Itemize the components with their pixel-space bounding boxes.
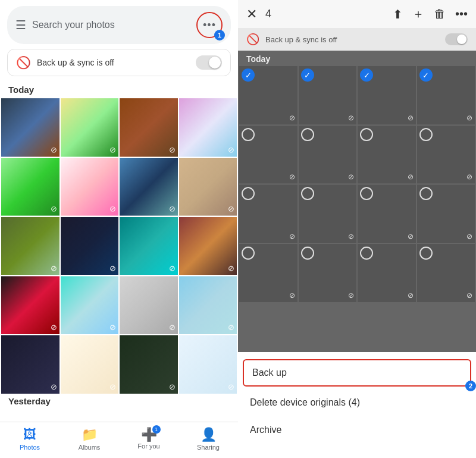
- close-button[interactable]: ✕: [246, 7, 257, 22]
- right-photo-cell[interactable]: ⊘: [299, 126, 357, 184]
- sync-toggle[interactable]: [196, 55, 222, 70]
- right-photo-cell[interactable]: ⊘: [239, 185, 298, 243]
- nav-item-for-you[interactable]: ➕ 1 For you: [119, 422, 178, 458]
- photo-checkbox[interactable]: [360, 247, 373, 260]
- delete-icon[interactable]: 🗑: [434, 7, 446, 21]
- left-panel: ☰ Search your photos ••• 1 🚫 Back up & s…: [0, 0, 238, 458]
- sync-label: Back up & sync is off: [37, 58, 196, 67]
- share-icon[interactable]: ⬆: [393, 7, 403, 21]
- hamburger-icon: ☰: [15, 18, 26, 32]
- photo-checkbox[interactable]: [419, 128, 433, 141]
- photo-cell[interactable]: ⊘: [1, 98, 60, 157]
- photo-cell[interactable]: ⊘: [1, 217, 60, 275]
- right-header: ✕ 4 ⬆ ＋ 🗑 •••: [238, 0, 476, 28]
- right-photo-cell[interactable]: ⊘: [239, 66, 298, 124]
- nav-item-albums[interactable]: 📁 Albums: [60, 422, 119, 458]
- photo-sync-icon: ⊘: [169, 145, 176, 154]
- photo-checkbox[interactable]: [419, 247, 433, 260]
- delete-originals-menu-item[interactable]: Delete device originals (4): [238, 389, 476, 416]
- photo-checkbox[interactable]: [301, 128, 314, 141]
- photo-checkbox[interactable]: [301, 247, 314, 260]
- more-options-button[interactable]: ••• 1: [196, 12, 223, 38]
- photo-cell[interactable]: ⊘: [61, 98, 119, 157]
- right-photo-grid: ⊘ ⊘ ⊘ ⊘ ⊘ ⊘ ⊘ ⊘ ⊘ ⊘ ⊘ ⊘ ⊘ ⊘ ⊘: [238, 66, 476, 302]
- photo-sync-icon: ⊘: [228, 264, 234, 273]
- photo-cell[interactable]: ⊘: [61, 217, 119, 275]
- right-photo-cell[interactable]: ⊘: [358, 185, 416, 243]
- photo-checkbox[interactable]: [360, 187, 373, 200]
- photo-checkbox[interactable]: [242, 187, 255, 200]
- photo-cell[interactable]: ⊘: [179, 158, 237, 216]
- right-photo-cell[interactable]: ⊘: [299, 244, 357, 303]
- photo-checkbox[interactable]: [419, 68, 433, 82]
- photo-cell[interactable]: ⊘: [120, 158, 178, 216]
- photo-checkbox[interactable]: [242, 247, 255, 260]
- right-photo-cell[interactable]: ⊘: [417, 185, 475, 243]
- albums-label: Albums: [79, 444, 101, 451]
- photo-cell[interactable]: ⊘: [179, 98, 237, 157]
- photos-label: Photos: [20, 444, 40, 451]
- photo-sync-icon: ⊘: [169, 264, 176, 273]
- right-photo-sync-icon: ⊘: [289, 173, 295, 181]
- photo-sync-icon: ⊘: [109, 323, 116, 332]
- archive-label: Archive: [250, 425, 281, 435]
- archive-menu-item[interactable]: Archive: [238, 416, 476, 444]
- right-photo-cell[interactable]: ⊘: [299, 185, 357, 243]
- overflow-icon[interactable]: •••: [455, 7, 468, 21]
- right-photo-cell[interactable]: ⊘: [417, 126, 475, 184]
- photo-sync-icon: ⊘: [51, 204, 57, 213]
- photo-sync-icon: ⊘: [228, 204, 234, 213]
- right-photo-sync-icon: ⊘: [289, 291, 295, 300]
- photo-cell[interactable]: ⊘: [179, 276, 237, 335]
- albums-icon: 📁: [82, 427, 98, 443]
- photo-sync-icon: ⊘: [51, 382, 57, 391]
- photo-checkbox[interactable]: [360, 68, 373, 82]
- photo-cell[interactable]: ⊘: [179, 217, 237, 275]
- ellipsis-icon: •••: [203, 19, 216, 32]
- photo-checkbox[interactable]: [360, 128, 373, 141]
- photo-checkbox[interactable]: [242, 128, 255, 141]
- photo-cell[interactable]: ⊘: [1, 158, 60, 216]
- right-sync-label: Back up & sync is off: [265, 35, 445, 44]
- right-panel: ✕ 4 ⬆ ＋ 🗑 ••• 🚫 Back up & sync is off To…: [238, 0, 476, 458]
- photo-checkbox[interactable]: [419, 187, 433, 200]
- photo-sync-icon: ⊘: [51, 264, 57, 273]
- photos-icon: 🖼: [23, 427, 36, 443]
- add-icon[interactable]: ＋: [412, 6, 424, 22]
- photo-cell[interactable]: ⊘: [61, 276, 119, 335]
- right-photo-sync-icon: ⊘: [408, 114, 414, 122]
- sharing-icon: 👤: [201, 427, 217, 443]
- right-photo-cell[interactable]: ⊘: [299, 66, 357, 124]
- photo-cell[interactable]: ⊘: [120, 335, 178, 394]
- sync-bar: 🚫 Back up & sync is off: [7, 49, 231, 76]
- photo-grid: ⊘⊘⊘⊘⊘⊘⊘⊘⊘⊘⊘⊘⊘⊘⊘⊘⊘⊘⊘⊘: [0, 98, 238, 394]
- photo-sync-icon: ⊘: [51, 145, 57, 154]
- action-icons: ⬆ ＋ 🗑 •••: [393, 6, 468, 22]
- context-menu: Back up 2 Delete device originals (4) Ar…: [238, 352, 476, 458]
- right-photo-sync-icon: ⊘: [408, 291, 414, 300]
- photo-cell[interactable]: ⊘: [1, 276, 60, 335]
- right-photo-cell[interactable]: ⊘: [358, 66, 416, 124]
- photo-cell[interactable]: ⊘: [1, 335, 60, 394]
- photo-cell[interactable]: ⊘: [120, 98, 178, 157]
- photo-cell[interactable]: ⊘: [120, 276, 178, 335]
- right-sync-toggle[interactable]: [445, 33, 468, 45]
- nav-item-photos[interactable]: 🖼 Photos: [0, 422, 60, 458]
- photo-checkbox[interactable]: [301, 187, 314, 200]
- photo-cell[interactable]: ⊘: [179, 335, 237, 394]
- right-photo-sync-icon: ⊘: [348, 173, 354, 181]
- photo-cell[interactable]: ⊘: [120, 217, 178, 275]
- right-photo-cell[interactable]: ⊘: [358, 126, 416, 184]
- right-photo-cell[interactable]: ⊘: [358, 244, 416, 303]
- backup-menu-item[interactable]: Back up 2: [243, 359, 471, 387]
- right-photo-cell[interactable]: ⊘: [417, 244, 475, 303]
- photo-checkbox[interactable]: [301, 68, 314, 82]
- nav-item-sharing[interactable]: 👤 Sharing: [178, 422, 238, 458]
- photo-cell[interactable]: ⊘: [61, 335, 119, 394]
- right-photo-cell[interactable]: ⊘: [239, 126, 298, 184]
- right-photo-cell[interactable]: ⊘: [417, 66, 475, 124]
- photo-checkbox[interactable]: [242, 68, 255, 82]
- photo-cell[interactable]: ⊘: [61, 158, 119, 216]
- right-photo-cell[interactable]: ⊘: [239, 244, 298, 303]
- yesterday-label: Yesterday: [0, 394, 238, 410]
